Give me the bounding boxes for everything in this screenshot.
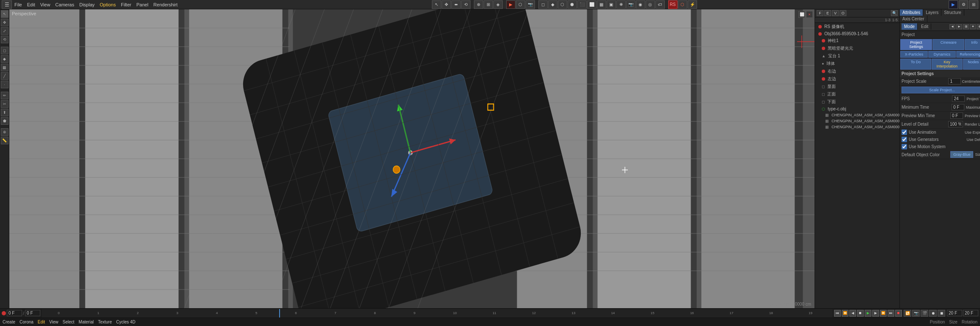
current-frame-input[interactable]	[7, 310, 22, 316]
toolbar-move[interactable]: ✥	[442, 0, 451, 9]
status-view-label[interactable]: View	[49, 320, 59, 324]
fps-input[interactable]	[952, 96, 965, 102]
hier-file[interactable]: F	[817, 10, 823, 16]
tool-bevel[interactable]: ⬟	[1, 117, 8, 125]
toolbar-obj2[interactable]: ◆	[548, 0, 557, 9]
viewport-close[interactable]: ×	[806, 11, 813, 18]
menu-panel[interactable]: Panel	[134, 0, 151, 9]
toolbar-layout[interactable]: ⊞	[969, 0, 978, 9]
sub-fwd[interactable]: ►	[956, 24, 962, 29]
sub-back[interactable]: ◄	[949, 24, 955, 29]
toolbar-camera[interactable]: 📷	[526, 0, 535, 9]
scene-item-baotai[interactable]: ▲ 宝台 1	[815, 52, 899, 60]
menu-display[interactable]: Display	[77, 0, 97, 9]
scene-item-cheng2[interactable]: ▦ CHENGPIN_ASM_ASM_ASM_ASM0001;MSH	[815, 118, 899, 124]
menu-view[interactable]: View	[38, 0, 53, 9]
menu-options[interactable]: Options	[97, 0, 118, 9]
btn-record[interactable]: ⏺	[895, 310, 902, 317]
hier-view[interactable]: V	[832, 10, 839, 16]
hier-obj[interactable]: O	[840, 10, 846, 16]
toolbar-shader[interactable]: ◎	[646, 0, 655, 9]
toolbar-light[interactable]: ❋	[616, 0, 626, 9]
tab-axis-center[interactable]: Axis Center	[900, 16, 927, 22]
toolbar-obj7[interactable]: ▦	[597, 0, 606, 9]
tool-knife[interactable]: ✂	[1, 100, 8, 108]
tool-edge[interactable]: ╱	[1, 72, 8, 80]
toolbar-obj5[interactable]: ⬛	[577, 0, 587, 9]
btn-next-frame[interactable]: ▶	[872, 310, 879, 317]
timeline-icon3[interactable]: 🎬	[921, 310, 928, 317]
toolbar-select[interactable]: ↖	[432, 0, 441, 9]
use-motion-checkbox[interactable]	[902, 144, 907, 149]
preview-start-frame[interactable]	[947, 310, 962, 316]
end-frame-input[interactable]	[25, 310, 40, 316]
scene-item-hei[interactable]: 黑暗坚硬光元	[815, 45, 899, 52]
scene-item-right[interactable]: 右边	[815, 67, 899, 75]
timeline-icon1[interactable]: 🔁	[904, 310, 911, 317]
timeline-icon2[interactable]: 📷	[912, 310, 920, 317]
tool-rot[interactable]: ⟲	[1, 36, 8, 43]
status-edit-label[interactable]: Edit	[38, 320, 45, 324]
use-animation-checkbox[interactable]	[902, 129, 907, 135]
viewport[interactable]: Perspective ⬜ × Grid Spacing : 10000 cm	[9, 9, 815, 308]
btn-play[interactable]: ▶	[865, 310, 871, 317]
project-scale-input[interactable]	[948, 78, 961, 84]
toolbar-obj4[interactable]: ⬢	[568, 0, 577, 9]
tool-snapping[interactable]: ⊕	[1, 128, 8, 136]
toolbar-rs2[interactable]: ⬡	[678, 0, 687, 9]
btn-dynamics[interactable]: Dynamics	[928, 51, 956, 58]
btn-next-key[interactable]: ⏩	[880, 310, 887, 317]
btn-project-settings[interactable]: Project Settings	[900, 39, 932, 50]
scene-item-shen[interactable]: 神柱1	[815, 37, 899, 45]
toolbar-grid[interactable]: ⊞	[484, 0, 493, 9]
toolbar-mat[interactable]: ◉	[636, 0, 645, 9]
tool-point[interactable]: ·	[1, 81, 8, 88]
status-material-label[interactable]: Material	[78, 320, 94, 324]
toolbar-render-all[interactable]: ⬡	[516, 0, 525, 9]
tool-scale2[interactable]: ⤢	[1, 27, 8, 35]
tool-cursor[interactable]: ↖	[1, 10, 8, 18]
tool-brush[interactable]: ✏	[1, 92, 8, 99]
menu-file[interactable]: File	[12, 0, 25, 9]
toolbar-obj6[interactable]: ⬜	[587, 0, 596, 9]
app-menu-icon[interactable]: ☰	[2, 0, 12, 9]
toolbar-rs3[interactable]: ⚡	[688, 0, 697, 9]
btn-referencing[interactable]: Referencing	[956, 51, 980, 58]
btn-prev-frame[interactable]: ◀	[849, 310, 856, 317]
scene-item-typec[interactable]: ⬡ type-c.obj	[815, 106, 899, 112]
btn-key-interp[interactable]: Key Interpolation	[932, 59, 963, 70]
sub-icon3[interactable]: ⊕	[977, 24, 980, 29]
viewport-maximize[interactable]: ⬜	[798, 11, 805, 18]
btn-x-particles[interactable]: X-Particles	[900, 51, 928, 58]
timeline-icon4[interactable]: ⏺	[929, 310, 937, 317]
btn-first-frame[interactable]: ⏮	[834, 310, 841, 317]
toolbar-scale[interactable]: ⬌	[451, 0, 461, 9]
status-texture-label[interactable]: Texture	[98, 320, 112, 324]
record-button[interactable]	[2, 311, 6, 315]
scene-item-xia[interactable]: ◻ 下面	[815, 98, 899, 106]
scene-item-xian[interactable]: ◻ 显面	[815, 83, 899, 90]
scene-item-cheng3[interactable]: ▦ CHENGPIN_ASM_ASM_ASM_ASM0001;MSH	[815, 124, 899, 130]
scene-item-rs-camera[interactable]: RS 摄像机	[815, 23, 899, 31]
tab-attributes[interactable]: Attributes	[900, 9, 923, 16]
toolbar-obj8[interactable]: ▣	[607, 0, 616, 9]
status-cycles-label[interactable]: Cycles 4D	[116, 320, 136, 324]
btn-last-frame[interactable]: ⏭	[888, 310, 894, 317]
btn-cineware[interactable]: Cineware	[932, 39, 964, 50]
menu-rendershirt[interactable]: Rendershirt	[151, 0, 180, 9]
tab-layers[interactable]: Layers	[923, 9, 941, 16]
toolbar-camera2[interactable]: 📷	[626, 0, 636, 9]
menu-cameras[interactable]: Cameras	[53, 0, 77, 9]
tool-measure[interactable]: 📏	[1, 137, 8, 144]
preview-min-input[interactable]	[950, 112, 963, 119]
toolbar-settings[interactable]: ⚙	[959, 0, 968, 9]
toolbar-snap[interactable]: ⊕	[474, 0, 483, 9]
toolbar-render[interactable]: ▶	[506, 0, 515, 9]
tool-extrude[interactable]: ⬆	[1, 109, 8, 116]
toolbar-axis[interactable]: ◈	[493, 0, 503, 9]
tab-structure[interactable]: Structure	[941, 9, 964, 16]
hier-search[interactable]: 🔍	[891, 10, 898, 16]
sub-icon2[interactable]: ✦	[970, 24, 976, 29]
btn-stop[interactable]: ⏹	[857, 310, 864, 317]
btn-info[interactable]: Info	[965, 39, 980, 50]
